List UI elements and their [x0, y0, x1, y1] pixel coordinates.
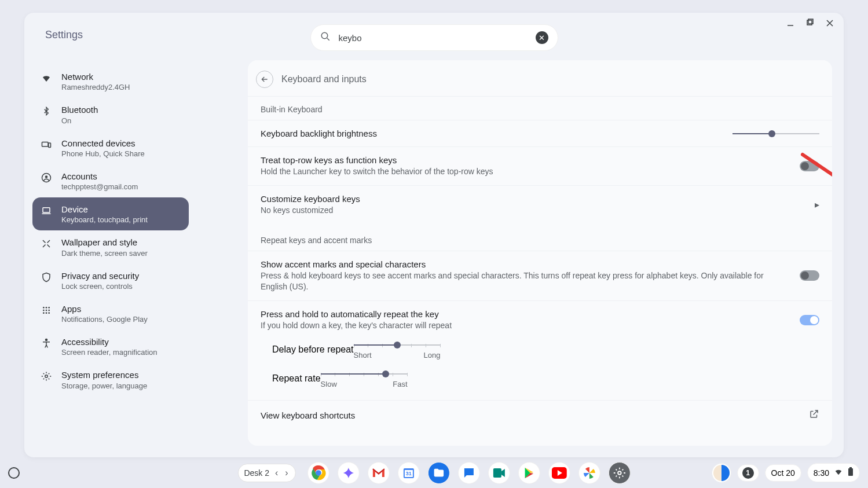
page-title: Keyboard and inputs — [281, 74, 367, 85]
row-shortcuts[interactable]: View keyboard shortcuts — [248, 400, 832, 430]
accent-toggle[interactable] — [800, 270, 819, 281]
battery-status-icon — [848, 467, 854, 478]
sidebar-item-wallpaper[interactable]: Wallpaper and styleDark theme, screen sa… — [32, 230, 189, 263]
sidebar-item-apps[interactable]: AppsNotifications, Google Play — [32, 297, 189, 330]
clear-search-button[interactable]: ✕ — [536, 31, 548, 44]
minimize-button[interactable] — [786, 19, 795, 30]
svg-rect-29 — [849, 467, 852, 468]
row-customize-keys[interactable]: Customize keyboard keysNo keys customize… — [248, 185, 832, 224]
devices-icon — [41, 139, 52, 151]
close-button[interactable] — [825, 19, 834, 30]
launcher-button[interactable] — [8, 467, 20, 479]
desk-switcher[interactable]: Desk 2 ‹ › — [237, 464, 295, 482]
sidebar-item-system[interactable]: System preferencesStorage, power, langua… — [32, 363, 189, 396]
wifi-icon — [41, 72, 52, 84]
svg-point-9 — [46, 307, 47, 309]
youtube-icon[interactable] — [548, 462, 570, 484]
row-delay: Delay before repeat ShortLong — [248, 339, 832, 368]
function-keys-toggle[interactable] — [800, 161, 819, 171]
wallpaper-icon — [41, 238, 52, 249]
sidebar-item-accounts[interactable]: Accountstechpptest@gmail.com — [32, 164, 189, 197]
messages-icon[interactable] — [458, 462, 480, 484]
a11y-icon — [41, 337, 52, 349]
backlight-slider[interactable] — [733, 133, 819, 134]
shelf-apps: Desk 2 ‹ › 31 — [237, 462, 630, 484]
search-icon — [320, 31, 331, 44]
svg-point-2 — [321, 32, 328, 39]
photos-icon[interactable] — [578, 462, 600, 484]
section-repeat: Repeat keys and accent marks — [248, 224, 832, 251]
svg-point-17 — [46, 339, 47, 341]
window-controls — [786, 19, 834, 30]
maximize-button[interactable] — [805, 19, 815, 30]
delay-slider[interactable]: ShortLong — [354, 344, 441, 359]
svg-point-18 — [45, 375, 48, 378]
svg-rect-25 — [493, 468, 501, 478]
sidebar: NetworkRameshreddy2.4GH BluetoothOn Conn… — [32, 65, 189, 397]
svg-point-10 — [48, 307, 50, 309]
settings-content: Keyboard and inputs Built-in Keyboard Ke… — [248, 60, 832, 446]
files-icon[interactable] — [428, 462, 450, 484]
date-pill[interactable]: Oct 20 — [765, 464, 801, 482]
apps-icon — [41, 304, 52, 316]
svg-point-27 — [618, 471, 621, 475]
gear-icon — [41, 370, 52, 382]
svg-point-15 — [46, 312, 47, 314]
svg-point-13 — [48, 309, 50, 311]
desk-prev[interactable]: ‹ — [274, 468, 279, 478]
app-title: Settings — [45, 29, 83, 41]
svg-rect-3 — [42, 142, 49, 146]
sidebar-item-network[interactable]: NetworkRameshreddy2.4GH — [32, 65, 189, 98]
open-external-icon — [809, 409, 819, 421]
sidebar-item-connected-devices[interactable]: Connected devicesPhone Hub, Quick Share — [32, 131, 189, 164]
back-button[interactable] — [256, 71, 273, 88]
row-repeat-key: Press and hold to automatically repeat t… — [248, 300, 832, 339]
shield-icon — [41, 271, 52, 283]
avatar-pill[interactable] — [712, 463, 731, 483]
svg-rect-7 — [43, 208, 50, 212]
account-icon — [41, 172, 52, 184]
laptop-icon — [41, 205, 52, 217]
row-backlight: Keyboard backlight brightness — [248, 120, 832, 146]
svg-text:31: 31 — [406, 471, 412, 476]
chevron-right-icon: ▸ — [815, 199, 819, 210]
svg-point-16 — [48, 312, 50, 314]
bluetooth-icon — [41, 105, 52, 117]
row-accent-marks: Show accent marks and special characters… — [248, 251, 832, 300]
section-builtin: Built-in Keyboard — [248, 96, 832, 120]
row-function-keys: Treat top-row keys as function keysHold … — [248, 146, 832, 185]
row-rate: Repeat rate SlowFast — [248, 368, 832, 397]
search-input[interactable] — [339, 33, 536, 43]
settings-window: Settings ✕ NetworkRameshreddy2.4GH Bluet… — [24, 13, 844, 457]
shelf-tray: 1 Oct 20 8:30 — [712, 463, 860, 483]
svg-rect-0 — [807, 20, 812, 25]
gemini-icon[interactable] — [338, 462, 360, 484]
sidebar-item-accessibility[interactable]: AccessibilityScreen reader, magnificatio… — [32, 330, 189, 363]
status-tray[interactable]: 8:30 — [807, 463, 860, 482]
svg-point-12 — [46, 309, 47, 311]
svg-rect-28 — [848, 468, 853, 476]
sidebar-item-privacy[interactable]: Privacy and securityLock screen, control… — [32, 264, 189, 297]
meet-icon[interactable] — [488, 462, 510, 484]
gmail-icon[interactable] — [368, 462, 390, 484]
repeat-toggle[interactable] — [800, 315, 819, 325]
svg-rect-4 — [49, 143, 51, 148]
sidebar-item-device[interactable]: DeviceKeyboard, touchpad, print — [32, 197, 189, 230]
shelf: Desk 2 ‹ › 31 1 Oct 20 8:30 — [0, 457, 868, 488]
svg-point-8 — [43, 307, 45, 309]
sidebar-item-bluetooth[interactable]: BluetoothOn — [32, 98, 189, 131]
svg-point-21 — [316, 471, 321, 475]
play-store-icon[interactable] — [518, 462, 540, 484]
svg-point-14 — [43, 312, 45, 314]
chrome-icon[interactable] — [307, 462, 329, 484]
svg-point-6 — [45, 175, 48, 178]
wifi-status-icon — [834, 467, 843, 478]
settings-app-icon[interactable] — [609, 462, 631, 484]
rate-slider[interactable]: SlowFast — [321, 373, 408, 388]
notifications-pill[interactable]: 1 — [737, 464, 759, 482]
desk-next[interactable]: › — [284, 468, 289, 478]
svg-point-11 — [43, 309, 45, 311]
search-bar[interactable]: ✕ — [310, 24, 558, 51]
svg-rect-1 — [808, 19, 813, 24]
calendar-icon[interactable]: 31 — [398, 462, 420, 484]
